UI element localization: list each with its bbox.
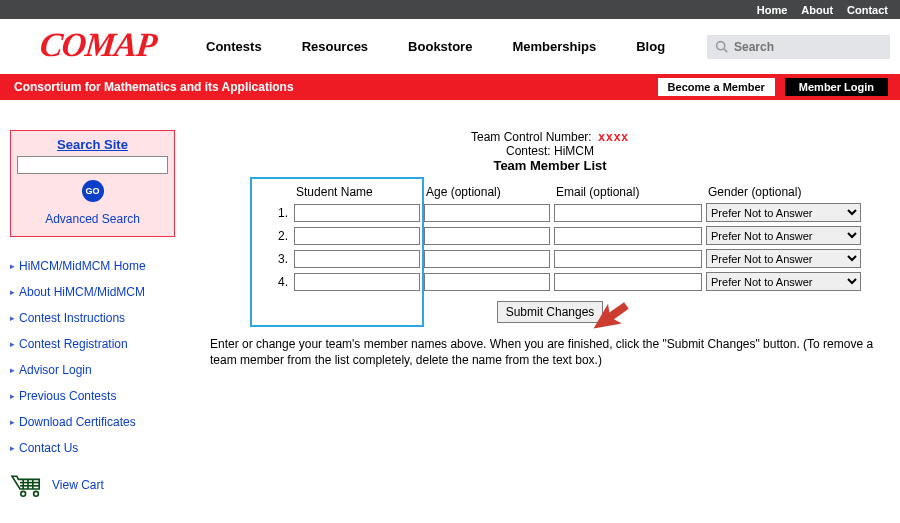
instructions-text: Enter or change your team's member names… bbox=[210, 337, 890, 368]
row-label: 4. bbox=[276, 270, 292, 293]
tagline-text: Consortium for Mathematics and its Appli… bbox=[14, 80, 294, 94]
member-login-button[interactable]: Member Login bbox=[785, 78, 888, 96]
sidebar-item-contest-registration[interactable]: ▸Contest Registration bbox=[10, 337, 190, 351]
sidebar-item-contact-us[interactable]: ▸Contact Us bbox=[10, 441, 190, 455]
col-header-age: Age (optional) bbox=[422, 179, 552, 201]
gender-select-4[interactable]: Prefer Not to Answer bbox=[706, 272, 861, 291]
age-input-1[interactable] bbox=[424, 204, 550, 222]
table-row: 3. Prefer Not to Answer bbox=[276, 247, 863, 270]
name-input-3[interactable] bbox=[294, 250, 420, 268]
bullet-icon: ▸ bbox=[10, 287, 15, 297]
tagline-bar: Consortium for Mathematics and its Appli… bbox=[0, 74, 900, 100]
team-member-list-title: Team Member List bbox=[210, 158, 890, 173]
bullet-icon: ▸ bbox=[10, 417, 15, 427]
tcn-value: xxxx bbox=[598, 130, 629, 144]
sidebar-search-title: Search Site bbox=[15, 137, 170, 152]
age-input-2[interactable] bbox=[424, 227, 550, 245]
email-input-2[interactable] bbox=[554, 227, 702, 245]
nav-resources[interactable]: Resources bbox=[302, 39, 368, 54]
team-control-number: Team Control Number: xxxx bbox=[210, 130, 890, 144]
col-header-name: Student Name bbox=[292, 179, 422, 201]
nav-about[interactable]: About bbox=[801, 4, 833, 16]
col-header-email: Email (optional) bbox=[552, 179, 704, 201]
contest-line: Contest: HiMCM bbox=[210, 144, 890, 158]
bullet-icon: ▸ bbox=[10, 391, 15, 401]
nav-home[interactable]: Home bbox=[757, 4, 788, 16]
svg-point-0 bbox=[717, 42, 725, 50]
name-input-2[interactable] bbox=[294, 227, 420, 245]
nav-contests[interactable]: Contests bbox=[206, 39, 262, 54]
site-header: COMAP Contests Resources Bookstore Membe… bbox=[0, 19, 900, 74]
svg-point-8 bbox=[34, 491, 39, 496]
table-row: 1. Prefer Not to Answer bbox=[276, 201, 863, 224]
table-row: 4. Prefer Not to Answer bbox=[276, 270, 863, 293]
svg-point-7 bbox=[21, 491, 26, 496]
main-nav: Contests Resources Bookstore Memberships… bbox=[206, 39, 699, 54]
nav-blog[interactable]: Blog bbox=[636, 39, 665, 54]
search-icon bbox=[715, 40, 728, 53]
gender-select-2[interactable]: Prefer Not to Answer bbox=[706, 226, 861, 245]
logo-text: COMAP bbox=[38, 26, 158, 64]
bullet-icon: ▸ bbox=[10, 261, 15, 271]
utility-bar: Home About Contact bbox=[0, 0, 900, 19]
sidebar-search-go-button[interactable]: GO bbox=[82, 180, 104, 202]
nav-contact[interactable]: Contact bbox=[847, 4, 888, 16]
sidebar-item-previous-contests[interactable]: ▸Previous Contests bbox=[10, 389, 190, 403]
view-cart-link[interactable]: View Cart bbox=[10, 473, 190, 497]
become-member-button[interactable]: Become a Member bbox=[658, 78, 775, 96]
name-input-4[interactable] bbox=[294, 273, 420, 291]
svg-line-1 bbox=[724, 49, 727, 52]
sidebar-item-about-himcm[interactable]: ▸About HiMCM/MidMCM bbox=[10, 285, 190, 299]
sidebar-links: ▸HiMCM/MidMCM Home ▸About HiMCM/MidMCM ▸… bbox=[10, 259, 190, 455]
left-column: Search Site GO Advanced Search ▸HiMCM/Mi… bbox=[10, 130, 190, 497]
gender-select-3[interactable]: Prefer Not to Answer bbox=[706, 249, 861, 268]
email-input-1[interactable] bbox=[554, 204, 702, 222]
nav-bookstore[interactable]: Bookstore bbox=[408, 39, 472, 54]
nav-memberships[interactable]: Memberships bbox=[512, 39, 596, 54]
bullet-icon: ▸ bbox=[10, 443, 15, 453]
col-header-gender: Gender (optional) bbox=[704, 179, 863, 201]
members-table: Student Name Age (optional) Email (optio… bbox=[276, 179, 863, 293]
sidebar-search-box: Search Site GO Advanced Search bbox=[10, 130, 175, 237]
row-label: 2. bbox=[276, 224, 292, 247]
email-input-3[interactable] bbox=[554, 250, 702, 268]
view-cart-label: View Cart bbox=[52, 478, 104, 492]
row-label: 3. bbox=[276, 247, 292, 270]
submit-changes-button[interactable]: Submit Changes bbox=[497, 301, 604, 323]
sidebar-search-input[interactable] bbox=[17, 156, 168, 174]
search-input[interactable] bbox=[728, 39, 866, 55]
sidebar-item-himcm-home[interactable]: ▸HiMCM/MidMCM Home bbox=[10, 259, 190, 273]
age-input-3[interactable] bbox=[424, 250, 550, 268]
sidebar-item-download-certificates[interactable]: ▸Download Certificates bbox=[10, 415, 190, 429]
age-input-4[interactable] bbox=[424, 273, 550, 291]
main-content: Team Control Number: xxxx Contest: HiMCM… bbox=[190, 130, 900, 368]
name-input-1[interactable] bbox=[294, 204, 420, 222]
bullet-icon: ▸ bbox=[10, 339, 15, 349]
table-row: 2. Prefer Not to Answer bbox=[276, 224, 863, 247]
cart-icon bbox=[10, 473, 46, 497]
logo[interactable]: COMAP bbox=[38, 22, 158, 72]
email-input-4[interactable] bbox=[554, 273, 702, 291]
header-search[interactable] bbox=[707, 35, 890, 59]
bullet-icon: ▸ bbox=[10, 313, 15, 323]
sidebar-item-contest-instructions[interactable]: ▸Contest Instructions bbox=[10, 311, 190, 325]
gender-select-1[interactable]: Prefer Not to Answer bbox=[706, 203, 861, 222]
sidebar-item-advisor-login[interactable]: ▸Advisor Login bbox=[10, 363, 190, 377]
row-label: 1. bbox=[276, 201, 292, 224]
advanced-search-link[interactable]: Advanced Search bbox=[15, 212, 170, 226]
bullet-icon: ▸ bbox=[10, 365, 15, 375]
